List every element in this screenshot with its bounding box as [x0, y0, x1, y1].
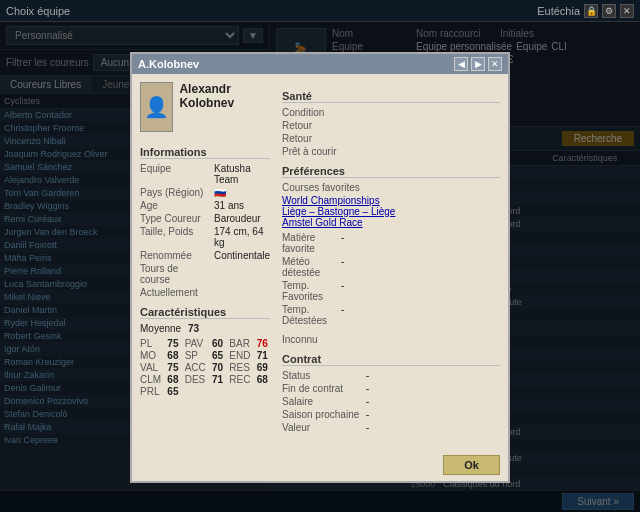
stat-pl-val: 75	[167, 338, 180, 349]
meteo-row: Météo détestée -	[282, 256, 500, 278]
ok-button[interactable]: Ok	[443, 455, 500, 475]
temp-fav-row: Temp. Favorites -	[282, 280, 500, 302]
modal-controls: ◀ ▶ ✕	[454, 57, 502, 71]
rider-detail-modal: A.Kolobnev ◀ ▶ ✕ 👤 Alexandr Kolobnev	[130, 52, 510, 483]
matiere-row: Matière favorite -	[282, 232, 500, 254]
stat-acc-key: ACC	[185, 362, 208, 373]
saison-label: Saison prochaine	[282, 409, 362, 420]
pays-row: Pays (Région) 🇷🇺	[140, 187, 270, 198]
valeur-row: Valeur -	[282, 422, 500, 433]
stat-bar-key: BAR	[229, 338, 252, 349]
stat-rec-val: 68	[257, 374, 270, 385]
salaire-value: -	[366, 396, 369, 407]
valeur-value: -	[366, 422, 369, 433]
modal-title-bar: A.Kolobnev ◀ ▶ ✕	[132, 54, 508, 74]
moyenne-value: 73	[188, 323, 199, 334]
age-value: 31 ans	[214, 200, 244, 211]
retour2-label: Retour	[282, 133, 337, 144]
pref-section: Courses favorites World Championships Li…	[282, 182, 500, 326]
modal-prev-button[interactable]: ◀	[454, 57, 468, 71]
age-label: Age	[140, 200, 210, 211]
age-row: Age 31 ans	[140, 200, 270, 211]
section-preferences: Préférences	[282, 165, 500, 178]
stat-pl-key: PL	[140, 338, 163, 349]
link-liege[interactable]: Liège – Bastogne – Liège	[282, 206, 500, 217]
temp-fav-value: -	[341, 280, 344, 302]
close-button[interactable]: ✕	[620, 4, 634, 18]
window-title: Choix équipe	[6, 5, 70, 17]
lock-button[interactable]: 🔒	[584, 4, 598, 18]
valeur-label: Valeur	[282, 422, 362, 433]
stat-val-val: 75	[167, 362, 180, 373]
fin-contrat-label: Fin de contrat	[282, 383, 362, 394]
link-amstel[interactable]: Amstel Gold Race	[282, 217, 500, 228]
stat-sp-key: SP	[185, 350, 208, 361]
modal-left-column: 👤 Alexandr Kolobnev Informations Equipe …	[140, 82, 270, 441]
temp-fav-label: Temp. Favorites	[282, 280, 337, 302]
temp-det-row: Temp. Détestées -	[282, 304, 500, 326]
actuel-label: Actuellement	[140, 287, 210, 298]
stat-prl-key: PRL	[140, 386, 163, 397]
modal-close-button[interactable]: ✕	[488, 57, 502, 71]
pays-value: 🇷🇺	[214, 187, 226, 198]
type-row: Type Coureur Baroudeur	[140, 213, 270, 224]
stat-acc-val: 70	[212, 362, 225, 373]
sante-section: Condition Retour Retour Prêt à cour	[282, 107, 500, 157]
stats-grid: PL 75 PAV 60 BAR 76 MO 68 SP 65 END 71 V…	[140, 338, 270, 397]
temp-det-label: Temp. Détestées	[282, 304, 337, 326]
stat-des-key: DES	[185, 374, 208, 385]
status-label: Status	[282, 370, 362, 381]
renom-label: Renommée	[140, 250, 210, 261]
inconnu-label: Inconnu	[282, 334, 500, 345]
renom-row: Renommée Continentale	[140, 250, 270, 261]
condition-label: Condition	[282, 107, 337, 118]
stat-clm-key: CLM	[140, 374, 163, 385]
saison-value: -	[366, 409, 369, 420]
courses-row: Tours de course	[140, 263, 270, 285]
courses-fav-label-row: Courses favorites	[282, 182, 500, 193]
modal-overlay: A.Kolobnev ◀ ▶ ✕ 👤 Alexandr Kolobnev	[0, 22, 640, 512]
pret-label: Prêt à courir	[282, 146, 336, 157]
stat-end-val: 71	[257, 350, 270, 361]
settings-button[interactable]: ⚙	[602, 4, 616, 18]
section-sante: Santé	[282, 90, 500, 103]
moyenne-label: Moyenne	[140, 323, 181, 334]
retour-row: Retour	[282, 120, 500, 131]
modal-right-column: Santé Condition Retour Retour	[282, 82, 500, 441]
section-contrat: Contrat	[282, 353, 500, 366]
taille-label: Taille, Poids	[140, 226, 210, 248]
retour2-row: Retour	[282, 133, 500, 144]
taille-value: 174 cm, 64 kg	[214, 226, 270, 248]
status-value: -	[366, 370, 369, 381]
link-world-championships[interactable]: World Championships	[282, 195, 500, 206]
condition-row: Condition	[282, 107, 500, 118]
stat-rec-key: REC	[229, 374, 252, 385]
courses-label: Tours de course	[140, 263, 210, 285]
stat-end-key: END	[229, 350, 252, 361]
retour-label: Retour	[282, 120, 337, 131]
saison-row: Saison prochaine -	[282, 409, 500, 420]
section-caracteristiques: Caractéristiques	[140, 306, 270, 319]
renom-value: Continentale	[214, 250, 270, 261]
rider-fullname: Alexandr Kolobnev	[179, 82, 270, 110]
stat-val-key: VAL	[140, 362, 163, 373]
stat-res-val: 69	[257, 362, 270, 373]
stat-mo-key: MO	[140, 350, 163, 361]
status-row: Status -	[282, 370, 500, 381]
matiere-value: -	[341, 232, 344, 254]
modal-next-button[interactable]: ▶	[471, 57, 485, 71]
actuel-row: Actuellement	[140, 287, 270, 298]
taille-row: Taille, Poids 174 cm, 64 kg	[140, 226, 270, 248]
fin-contrat-row: Fin de contrat -	[282, 383, 500, 394]
fin-contrat-value: -	[366, 383, 369, 394]
stat-prl-val: 65	[167, 386, 180, 397]
stat-bar-val: 76	[257, 338, 270, 349]
stat-pav-key: PAV	[185, 338, 208, 349]
modal-footer: Ok	[132, 449, 508, 481]
title-bar: Choix équipe Eutéchia 🔒 ⚙ ✕	[0, 0, 640, 22]
stat-mo-val: 68	[167, 350, 180, 361]
equipe-row: Equipe Katusha Team	[140, 163, 270, 185]
rider-portrait: 👤	[140, 82, 173, 132]
type-value: Baroudeur	[214, 213, 261, 224]
stat-clm-val: 68	[167, 374, 180, 385]
